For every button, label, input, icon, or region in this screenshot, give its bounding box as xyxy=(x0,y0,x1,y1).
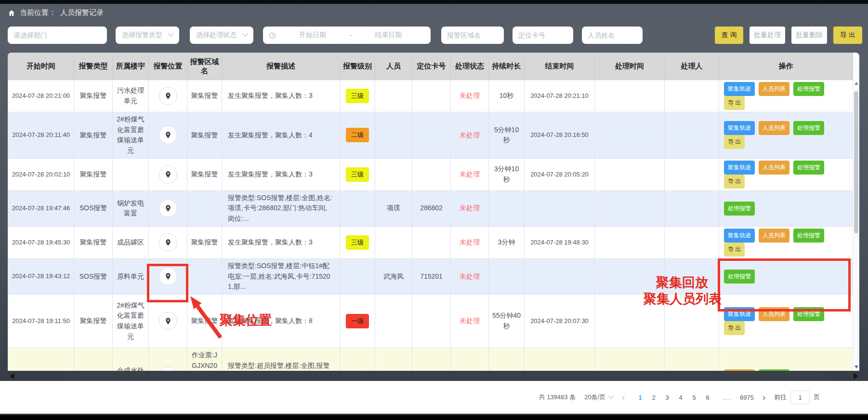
last-page-button[interactable]: 6975 xyxy=(740,391,754,404)
alarm-location-button[interactable] xyxy=(159,267,177,285)
action-button-处理报警[interactable]: 处理报警 xyxy=(793,82,824,96)
query-button[interactable]: 查 询 xyxy=(715,27,743,44)
vertical-scrollbar[interactable] xyxy=(853,80,859,371)
table-row: 2024-07-28 20:21:00聚集报警污水处理单元聚集报警发生聚集报警，… xyxy=(8,80,853,112)
action-button-聚集轨迹[interactable]: 聚集轨迹 xyxy=(724,307,755,321)
goto-page-input[interactable] xyxy=(790,391,810,404)
cell-status: 未处理 xyxy=(451,80,489,112)
action-button-人员列表[interactable]: 人员列表 xyxy=(759,307,789,321)
cell-handle_time xyxy=(595,190,665,226)
column-header: 操作 xyxy=(719,53,853,80)
person-name-input[interactable] xyxy=(582,27,643,44)
alarm-type-select[interactable]: 选择报警类型 xyxy=(116,27,179,44)
action-button-导出[interactable]: 导 出 xyxy=(724,243,745,257)
action-button-导出[interactable]: 导 出 xyxy=(724,135,745,149)
action-button-人员列表[interactable]: 人员列表 xyxy=(759,82,789,96)
cell-person xyxy=(375,80,412,112)
action-button-处理报警[interactable]: 处理报警 xyxy=(759,369,789,371)
scroll-left-icon[interactable] xyxy=(10,373,14,379)
page-size-select[interactable]: 20条/页 xyxy=(584,393,613,402)
vertical-scrollbar-thumb[interactable] xyxy=(854,91,858,233)
cell-person xyxy=(375,158,412,190)
alarm-location-button[interactable] xyxy=(159,199,177,217)
alarm-location-button[interactable] xyxy=(159,126,177,144)
action-button-人员列表[interactable]: 人员列表 xyxy=(759,161,789,175)
page-button-6[interactable]: 6 xyxy=(701,391,714,404)
action-button-人员列表[interactable]: 人员列表 xyxy=(759,229,789,243)
next-page-button[interactable]: › xyxy=(763,393,765,402)
cell-position xyxy=(149,80,187,112)
column-header: 报警描述 xyxy=(222,53,340,80)
page-button-5[interactable]: 5 xyxy=(687,391,701,404)
action-button-处理报警[interactable]: 处理报警 xyxy=(724,270,755,284)
batch-delete-button[interactable]: 批量删除 xyxy=(791,27,827,44)
date-range-picker[interactable]: 开始日期 - 结束日期 xyxy=(263,27,431,44)
action-button-人员列表[interactable]: 人员列表 xyxy=(759,121,789,135)
card-number-input[interactable] xyxy=(513,27,573,44)
cell-handler xyxy=(665,348,719,371)
action-button-人员列表[interactable]: 人员列表 xyxy=(724,369,755,371)
horizontal-scrollbar-thumb[interactable] xyxy=(66,372,826,379)
action-button-聚集轨迹[interactable]: 聚集轨迹 xyxy=(724,82,755,96)
alarm-location-button[interactable] xyxy=(159,233,177,252)
department-input[interactable] xyxy=(8,27,107,44)
alarm-location-button[interactable] xyxy=(159,367,177,371)
action-button-导出[interactable]: 导 出 xyxy=(724,96,745,110)
alarm-level-badge: 三级 xyxy=(346,89,369,103)
action-button-聚集轨迹[interactable]: 聚集轨迹 xyxy=(724,229,755,243)
cell-status: 未处理 xyxy=(451,294,489,348)
alarm-location-button[interactable] xyxy=(159,312,177,330)
column-header: 报警类型 xyxy=(74,53,113,80)
page-button-3[interactable]: 3 xyxy=(660,391,674,404)
cell-level xyxy=(340,190,375,226)
cell-duration: 5分钟10秒 xyxy=(489,112,525,159)
action-button-处理报警[interactable]: 处理报警 xyxy=(724,202,755,216)
cell-type: 聚集报警 xyxy=(74,112,113,159)
cell-handler xyxy=(665,258,719,294)
scroll-down-icon[interactable] xyxy=(855,366,858,368)
cell-status: 未处理 xyxy=(451,190,489,226)
cell-status: 未处理 xyxy=(451,258,489,294)
action-button-聚集轨迹[interactable]: 聚集轨迹 xyxy=(724,121,755,135)
batch-handle-button[interactable]: 批量处理 xyxy=(750,27,785,44)
cell-level: 二级 xyxy=(340,112,375,159)
cell-start: 2024-07-28 20:02:10 xyxy=(8,158,74,190)
handle-status-select[interactable]: 选择处理状态 xyxy=(190,27,253,44)
export-button[interactable]: 导 出 xyxy=(833,27,862,44)
alarm-area-input[interactable] xyxy=(441,27,504,44)
alarm-location-button[interactable] xyxy=(159,87,177,105)
cell-end: 2024-07-28 20:05:20 xyxy=(525,158,595,190)
action-button-聚集轨迹[interactable]: 聚集轨迹 xyxy=(724,161,755,175)
cell-person: 项璞 xyxy=(375,190,412,226)
scroll-up-icon[interactable] xyxy=(855,82,858,85)
cell-position xyxy=(149,348,187,371)
cell-duration xyxy=(489,258,525,294)
cell-duration: 3分钟10秒 xyxy=(489,158,525,190)
cell-type: 聚集报警 xyxy=(74,158,113,190)
alarm-location-button[interactable] xyxy=(159,165,177,184)
cell-desc: 发生聚集报警，聚集人数：4 xyxy=(222,112,340,159)
prev-page-button[interactable]: ‹ xyxy=(622,393,625,402)
action-button-处理报警[interactable]: 处理报警 xyxy=(793,229,824,243)
status-text: 未处理 xyxy=(460,131,480,139)
cell-handle_time xyxy=(595,294,665,348)
cell-desc: 发生聚集报警，聚集人数：3 xyxy=(222,158,340,190)
page-button-1[interactable]: 1 xyxy=(633,391,647,404)
horizontal-scrollbar[interactable] xyxy=(8,372,860,380)
column-header: 定位卡号 xyxy=(412,53,451,80)
scroll-right-icon[interactable] xyxy=(854,373,858,379)
cell-handler xyxy=(665,112,719,159)
action-button-导出[interactable]: 导 出 xyxy=(724,321,745,335)
action-button-处理报警[interactable]: 处理报警 xyxy=(793,307,824,321)
action-button-导出[interactable]: 导 出 xyxy=(724,175,745,189)
cell-card: 286802 xyxy=(412,190,451,226)
page-button-4[interactable]: 4 xyxy=(674,391,687,404)
cell-start: 2024-07-28 19:47:46 xyxy=(8,190,74,226)
cell-level: 一级 xyxy=(340,294,375,348)
cell-duration: 10秒 xyxy=(489,80,525,112)
page-ellipsis: ... xyxy=(723,394,731,401)
cell-handler xyxy=(665,226,719,258)
action-button-处理报警[interactable]: 处理报警 xyxy=(793,161,824,175)
action-button-处理报警[interactable]: 处理报警 xyxy=(793,121,824,135)
page-button-2[interactable]: 2 xyxy=(647,391,660,404)
